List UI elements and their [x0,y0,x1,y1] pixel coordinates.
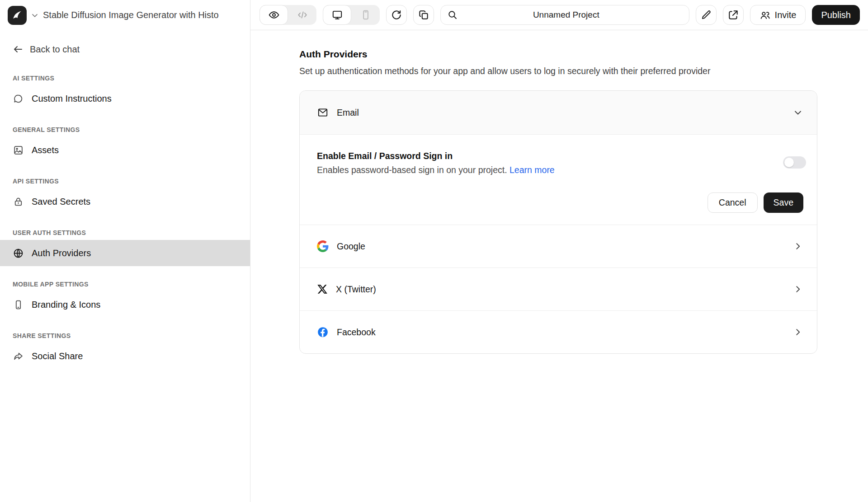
app-switcher-chevron-icon[interactable] [30,11,39,20]
chevron-right-icon [793,241,803,251]
learn-more-link[interactable]: Learn more [509,165,555,175]
provider-label-x-twitter: X (Twitter) [336,284,376,295]
eye-icon [268,9,280,21]
sidebar-item-saved-secrets[interactable]: Saved Secrets [0,188,250,215]
toggle-knob [784,158,794,167]
pencil-icon [700,9,712,21]
chevron-right-icon [793,284,803,294]
view-mode-toggle [259,5,316,25]
code-mode-button[interactable] [288,5,316,25]
facebook-icon [317,326,329,338]
auth-providers-page: Auth Providers Set up authentication met… [250,30,868,502]
auth-providers-card: Email Enable Email / Password Sign in En… [299,90,817,354]
project-name-field[interactable]: Unnamed Project [440,5,689,25]
sidebar-header: Stable Diffusion Image Generator with Hi… [0,0,250,30]
email-actions: Cancel Save [317,192,803,213]
external-link-icon [727,9,739,21]
image-icon [13,145,24,156]
chevron-right-icon [793,327,803,337]
provider-label-facebook: Facebook [337,327,376,338]
topbar: Unnamed Project Invite Publish [250,0,868,30]
sidebar-item-label: Assets [32,145,59,155]
device-toggle [323,5,380,25]
section-label-mobile-app-settings: MOBILE APP SETTINGS [13,281,237,288]
mobile-view-button[interactable] [351,5,380,25]
save-button[interactable]: Save [764,192,803,213]
provider-row-x-twitter[interactable]: X (Twitter) [300,267,817,310]
chevron-down-icon [793,107,803,118]
sidebar-item-assets[interactable]: Assets [0,137,250,163]
invite-label: Invite [775,10,797,20]
x-twitter-icon [317,284,328,295]
rename-button[interactable] [696,5,717,25]
envelope-icon [317,107,329,118]
sidebar-item-label: Branding & Icons [32,300,100,310]
app-window: Stable Diffusion Image Generator with Hi… [0,0,868,502]
monitor-icon [331,9,343,21]
page-title: Auth Providers [299,49,817,60]
open-external-button[interactable] [723,5,744,25]
phone-icon [360,9,372,21]
refresh-icon [391,9,402,21]
globe-icon [13,248,24,259]
sidebar-item-auth-providers[interactable]: Auth Providers [0,240,250,266]
section-label-share-settings: SHARE SETTINGS [13,332,237,339]
sidebar-item-custom-instructions[interactable]: Custom Instructions [0,85,250,112]
sidebar-nav: Back to chat AI SETTINGS Custom Instruct… [0,30,250,369]
preview-mode-button[interactable] [259,5,288,25]
desktop-view-button[interactable] [323,5,351,25]
app-logo-swoosh-icon [10,9,24,22]
people-icon [760,9,771,21]
google-icon [317,240,329,252]
app-logo[interactable] [8,6,27,25]
sidebar-item-label: Custom Instructions [32,94,112,104]
chat-bubble-icon [13,93,24,104]
email-toggle-description-text: Enables password-based sign in on your p… [317,165,507,175]
email-settings-panel: Enable Email / Password Sign in Enables … [300,135,817,225]
sidebar-item-label: Social Share [32,351,83,361]
arrow-left-icon [13,44,24,55]
back-to-chat-link[interactable]: Back to chat [0,38,250,60]
cancel-button[interactable]: Cancel [708,192,758,213]
section-label-user-auth-settings: USER AUTH SETTINGS [13,229,237,236]
mobile-icon [13,299,24,310]
provider-label-email: Email [337,108,359,118]
provider-row-email[interactable]: Email [300,91,817,135]
sidebar-item-label: Auth Providers [32,248,91,258]
code-icon [297,9,308,21]
app-title: Stable Diffusion Image Generator with Hi… [43,10,219,20]
search-icon [447,9,458,20]
back-to-chat-label: Back to chat [30,44,80,55]
sidebar-item-social-share[interactable]: Social Share [0,343,250,369]
publish-button[interactable]: Publish [812,5,860,25]
provider-row-google[interactable]: Google [300,225,817,267]
email-toggle-title: Enable Email / Password Sign in [317,151,803,161]
lock-icon [13,196,24,207]
invite-button[interactable]: Invite [750,5,806,25]
section-label-api-settings: API SETTINGS [13,178,237,185]
copy-icon [418,9,429,21]
email-toggle-description: Enables password-based sign in on your p… [317,165,803,175]
section-label-general-settings: GENERAL SETTINGS [13,126,237,133]
refresh-button[interactable] [386,5,407,25]
sidebar-item-branding-icons[interactable]: Branding & Icons [0,291,250,318]
page-subtitle: Set up authentication methods for your a… [299,66,817,76]
sidebar: Stable Diffusion Image Generator with Hi… [0,0,250,502]
project-name-text: Unnamed Project [462,10,683,20]
provider-row-facebook[interactable]: Facebook [300,310,817,353]
provider-label-google: Google [337,241,365,252]
sidebar-item-label: Saved Secrets [32,197,90,207]
email-password-toggle[interactable] [783,156,806,169]
main-column: Unnamed Project Invite Publish Auth Prov… [250,0,868,502]
copy-button[interactable] [413,5,434,25]
section-label-ai-settings: AI SETTINGS [13,75,237,82]
share-arrow-icon [13,351,24,362]
